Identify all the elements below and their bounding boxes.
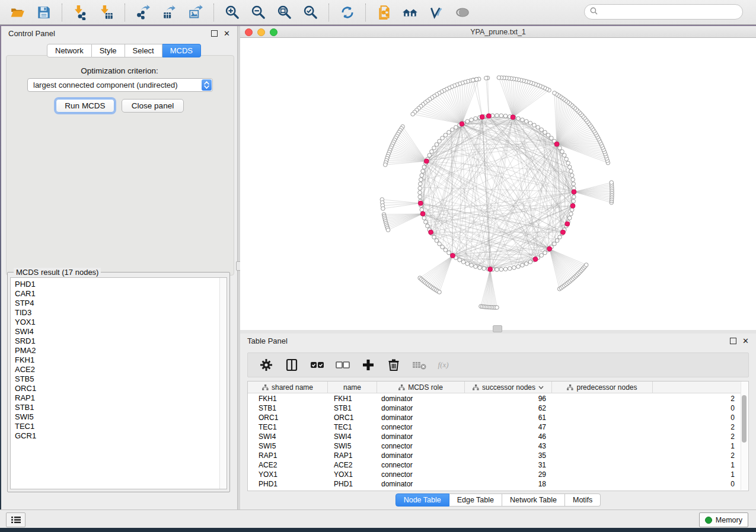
table-row[interactable]: ACE2 ACE2 connector 31 1 bbox=[248, 460, 742, 470]
mcds-hub-node[interactable] bbox=[554, 142, 559, 146]
network-node[interactable] bbox=[562, 153, 566, 158]
table-row[interactable]: STB1 STB1 dominator 62 0 bbox=[248, 403, 742, 413]
mcds-hub-node[interactable] bbox=[565, 222, 570, 226]
mcds-hub-node[interactable] bbox=[418, 201, 423, 206]
network-leaf-node[interactable] bbox=[584, 263, 588, 267]
close-panel-button[interactable]: Close panel bbox=[122, 99, 184, 113]
network-node[interactable] bbox=[461, 260, 465, 264]
network-node[interactable] bbox=[418, 186, 422, 190]
network-leaf-node[interactable] bbox=[497, 76, 501, 80]
mcds-hub-node[interactable] bbox=[480, 114, 484, 119]
table-row[interactable]: FKH1 FKH1 dominator 96 2 bbox=[248, 394, 742, 403]
network-node[interactable] bbox=[424, 220, 428, 224]
window-minimize-button[interactable] bbox=[257, 28, 265, 36]
network-node[interactable] bbox=[521, 118, 525, 122]
mcds-result-item[interactable]: STP4 bbox=[15, 299, 227, 308]
tab-network-table[interactable]: Network Table bbox=[502, 493, 565, 507]
network-node[interactable] bbox=[458, 258, 462, 262]
network-node[interactable] bbox=[499, 267, 503, 271]
export-network-icon[interactable] bbox=[135, 4, 152, 21]
table-scrollbar-thumb[interactable] bbox=[742, 395, 747, 443]
network-node[interactable] bbox=[435, 143, 439, 147]
column-header-shared-name[interactable]: shared name bbox=[248, 382, 328, 393]
network-node[interactable] bbox=[571, 178, 575, 182]
network-node[interactable] bbox=[503, 114, 508, 118]
network-node[interactable] bbox=[438, 139, 442, 143]
table-row[interactable]: SWI5 SWI5 connector 43 1 bbox=[248, 441, 742, 451]
mcds-list-scrollbar[interactable] bbox=[219, 278, 227, 489]
mcds-result-item[interactable]: ACE2 bbox=[15, 365, 227, 374]
network-node[interactable] bbox=[432, 146, 436, 150]
run-mcds-button[interactable]: Run MCDS bbox=[56, 99, 114, 113]
network-node[interactable] bbox=[558, 235, 562, 239]
mcds-result-item[interactable]: STB1 bbox=[15, 403, 227, 412]
network-node[interactable] bbox=[528, 121, 532, 126]
tab-style[interactable]: Style bbox=[92, 44, 125, 57]
network-leaf-node[interactable] bbox=[495, 306, 499, 310]
network-node[interactable] bbox=[499, 114, 503, 118]
network-node[interactable] bbox=[418, 195, 422, 199]
network-node[interactable] bbox=[470, 118, 474, 122]
export-table-icon[interactable] bbox=[161, 4, 178, 21]
zoom-out-icon[interactable] bbox=[250, 4, 267, 21]
network-node[interactable] bbox=[465, 262, 470, 266]
tab-select[interactable]: Select bbox=[125, 44, 162, 57]
table-row[interactable]: PHD1 PHD1 dominator 18 0 bbox=[248, 479, 742, 489]
network-leaf-node[interactable] bbox=[438, 290, 442, 294]
select-all-icon[interactable] bbox=[310, 357, 325, 373]
task-history-button[interactable] bbox=[6, 512, 25, 527]
mcds-result-item[interactable]: ORC1 bbox=[15, 384, 227, 393]
network-node[interactable] bbox=[474, 265, 478, 269]
mcds-result-item[interactable]: SWI5 bbox=[15, 412, 227, 422]
network-node[interactable] bbox=[419, 178, 423, 182]
window-zoom-button[interactable] bbox=[270, 28, 277, 36]
network-node[interactable] bbox=[474, 117, 478, 121]
column-header-predecessor-nodes[interactable]: predecessor nodes bbox=[552, 382, 653, 393]
close-table-panel-icon[interactable]: ✕ bbox=[742, 338, 749, 344]
network-node[interactable] bbox=[420, 208, 424, 212]
network-graph-canvas[interactable] bbox=[240, 37, 756, 330]
deselect-all-icon[interactable] bbox=[335, 357, 350, 373]
network-node[interactable] bbox=[422, 165, 426, 169]
network-node[interactable] bbox=[560, 150, 564, 154]
network-leaf-node[interactable] bbox=[553, 91, 557, 95]
network-node[interactable] bbox=[567, 216, 572, 220]
zoom-fit-icon[interactable] bbox=[276, 4, 294, 21]
network-node[interactable] bbox=[428, 153, 432, 158]
table-row[interactable]: TEC1 TEC1 connector 47 2 bbox=[248, 422, 742, 432]
network-node[interactable] bbox=[435, 239, 439, 243]
save-icon[interactable] bbox=[35, 4, 53, 21]
mcds-hub-node[interactable] bbox=[450, 253, 455, 258]
tab-motifs[interactable]: Motifs bbox=[565, 493, 601, 507]
network-leaf-node[interactable] bbox=[411, 112, 415, 116]
network-node[interactable] bbox=[482, 267, 486, 271]
refresh-icon[interactable] bbox=[339, 4, 356, 21]
criterion-dropdown[interactable]: largest connected component (undirected) bbox=[27, 78, 213, 92]
column-header-MCDS-role[interactable]: MCDS role bbox=[377, 382, 465, 393]
network-node[interactable] bbox=[543, 130, 547, 134]
network-node[interactable] bbox=[553, 242, 557, 246]
close-panel-icon[interactable]: ✕ bbox=[224, 31, 230, 36]
mcds-hub-node[interactable] bbox=[420, 211, 425, 216]
tab-node-table[interactable]: Node Table bbox=[395, 493, 449, 507]
column-header-successor-nodes[interactable]: successor nodes bbox=[465, 382, 552, 393]
show-hide-eye-icon[interactable] bbox=[454, 4, 471, 21]
network-node[interactable] bbox=[516, 117, 521, 121]
network-node[interactable] bbox=[567, 165, 572, 169]
network-node[interactable] bbox=[572, 199, 576, 203]
mcds-result-item[interactable]: PMA2 bbox=[15, 346, 227, 355]
network-node[interactable] bbox=[495, 268, 499, 272]
network-node[interactable] bbox=[444, 248, 448, 252]
network-node[interactable] bbox=[540, 254, 544, 258]
tab-network[interactable]: Network bbox=[47, 44, 92, 57]
mcds-result-item[interactable]: FKH1 bbox=[15, 355, 227, 365]
table-row[interactable]: YOX1 YOX1 connector 29 1 bbox=[248, 470, 742, 479]
network-node[interactable] bbox=[495, 114, 499, 118]
network-node[interactable] bbox=[441, 136, 445, 140]
network-node[interactable] bbox=[524, 262, 528, 266]
mcds-result-item[interactable]: PHD1 bbox=[15, 280, 227, 289]
memory-button[interactable]: Memory bbox=[699, 512, 748, 527]
mcds-hub-node[interactable] bbox=[488, 267, 493, 272]
network-node[interactable] bbox=[454, 126, 458, 130]
network-node[interactable] bbox=[478, 265, 482, 270]
